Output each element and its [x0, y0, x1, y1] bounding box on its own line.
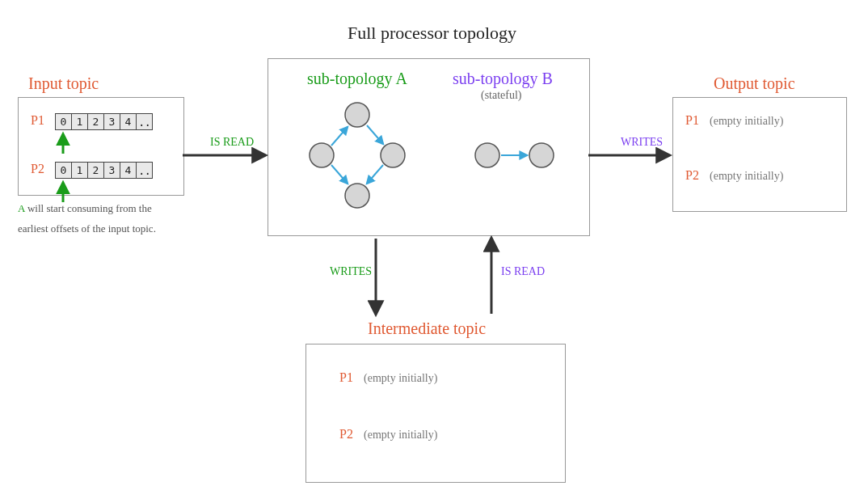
diagram-title: Full processor topology: [348, 23, 516, 44]
sub-topology-a-title: sub-topology A: [307, 70, 407, 88]
offset-cell: 4: [120, 113, 137, 130]
input-topic-title: Input topic: [28, 74, 99, 93]
output-topic-title: Output topic: [714, 74, 795, 93]
offset-cell: 0: [55, 113, 72, 130]
offset-cell: 1: [71, 162, 88, 179]
offset-cell: ..: [136, 113, 153, 130]
intermediate-p2-label: P2: [339, 427, 353, 442]
output-p2-label: P2: [685, 168, 699, 183]
output-p2-status: (empty initially): [710, 170, 783, 183]
sub-topology-b-title: sub-topology B: [453, 70, 553, 88]
intermediate-p1-status: (empty initially): [364, 372, 437, 385]
output-p1-status: (empty initially): [710, 115, 783, 128]
offset-cell: 2: [87, 113, 104, 130]
is-read-a-label: IS READ: [210, 136, 254, 149]
writes-b-label: WRITES: [621, 136, 663, 149]
input-p1-offsets: 0 1 2 3 4 ..: [55, 113, 152, 130]
offset-cell: 4: [120, 162, 137, 179]
input-topic-box: [18, 97, 184, 196]
intermediate-p1-label: P1: [339, 370, 353, 385]
offset-cell: 3: [103, 162, 120, 179]
caption-a: A: [18, 202, 25, 214]
offset-cell: ..: [136, 162, 153, 179]
intermediate-topic-title: Intermediate topic: [368, 319, 486, 338]
intermediate-topic-box: [305, 344, 566, 483]
input-caption-line1: A will start consuming from the: [18, 202, 152, 215]
offset-cell: 2: [87, 162, 104, 179]
offset-cell: 0: [55, 162, 72, 179]
input-p1-label: P1: [31, 113, 44, 128]
diagram-canvas: Full processor topology sub-topology A s…: [0, 0, 868, 503]
input-caption-line2: earliest offsets of the input topic.: [18, 222, 156, 235]
sub-topology-b-note: (stateful): [481, 89, 522, 102]
caption-rest1: will start consuming from the: [25, 202, 152, 214]
offset-cell: 3: [103, 113, 120, 130]
offset-cell: 1: [71, 113, 88, 130]
input-p2-offsets: 0 1 2 3 4 ..: [55, 162, 152, 179]
writes-a-label: WRITES: [330, 265, 372, 278]
input-p2-label: P2: [31, 162, 44, 176]
is-read-b-label: IS READ: [501, 265, 545, 278]
output-p1-label: P1: [685, 113, 699, 128]
intermediate-p2-status: (empty initially): [364, 429, 437, 442]
